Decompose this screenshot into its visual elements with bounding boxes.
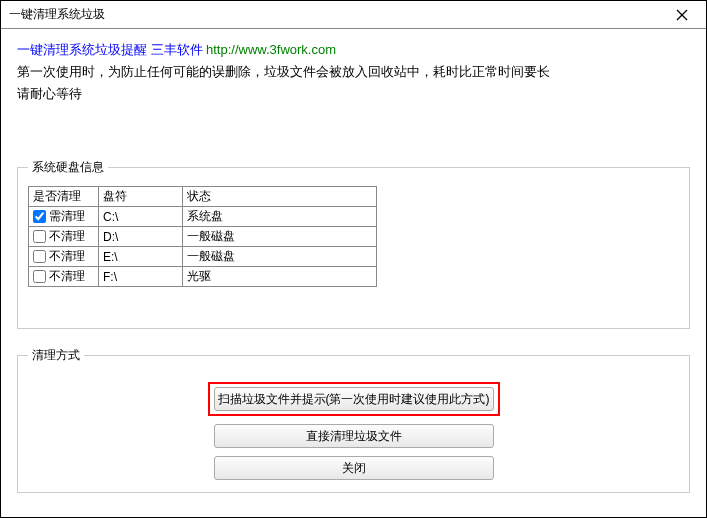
drive-cell: D:\	[99, 227, 183, 247]
table-row: 不清理E:\一般磁盘	[29, 247, 377, 267]
drive-cell: C:\	[99, 207, 183, 227]
header-check: 是否清理	[29, 187, 99, 207]
clean-label: 不清理	[49, 268, 85, 285]
titlebar: 一键清理系统垃圾	[1, 1, 706, 29]
clean-checkbox[interactable]	[33, 250, 46, 263]
window-title: 一键清理系统垃圾	[9, 6, 105, 23]
table-row: 需清理C:\系统盘	[29, 207, 377, 227]
drive-cell: F:\	[99, 267, 183, 287]
status-cell: 系统盘	[183, 207, 377, 227]
table-row: 不清理D:\一般磁盘	[29, 227, 377, 247]
scan-button[interactable]: 扫描垃圾文件并提示(第一次使用时建议使用此方式)	[214, 387, 494, 411]
status-cell: 一般磁盘	[183, 247, 377, 267]
clean-checkbox[interactable]	[33, 230, 46, 243]
clean-checkbox[interactable]	[33, 270, 46, 283]
header-drive: 盘符	[99, 187, 183, 207]
description-line1: 第一次使用时，为防止任何可能的误删除，垃圾文件会被放入回收站中，耗时比正常时间要…	[17, 61, 690, 83]
close-button[interactable]: 关闭	[214, 456, 494, 480]
header-url[interactable]: http://www.3fwork.com	[206, 42, 336, 57]
clean-label: 不清理	[49, 248, 85, 265]
header-status: 状态	[183, 187, 377, 207]
clean-checkbox[interactable]	[33, 210, 46, 223]
status-cell: 一般磁盘	[183, 227, 377, 247]
header-line: 一键清理系统垃圾提醒 三丰软件 http://www.3fwork.com	[17, 41, 690, 59]
highlight-box: 扫描垃圾文件并提示(第一次使用时建议使用此方式)	[208, 382, 500, 416]
status-cell: 光驱	[183, 267, 377, 287]
description-line2: 请耐心等待	[17, 83, 690, 105]
clean-label: 不清理	[49, 228, 85, 245]
disk-info-legend: 系统硬盘信息	[28, 159, 108, 176]
disk-table: 是否清理 盘符 状态 需清理C:\系统盘不清理D:\一般磁盘不清理E:\一般磁盘…	[28, 186, 377, 287]
clean-mode-legend: 清理方式	[28, 347, 84, 364]
close-icon[interactable]	[662, 3, 702, 27]
direct-clean-button[interactable]: 直接清理垃圾文件	[214, 424, 494, 448]
disk-info-group: 系统硬盘信息 是否清理 盘符 状态 需清理C:\系统盘不清理D:\一般磁盘不清理…	[17, 159, 690, 329]
table-row: 不清理F:\光驱	[29, 267, 377, 287]
clean-mode-group: 清理方式 扫描垃圾文件并提示(第一次使用时建议使用此方式) 直接清理垃圾文件 关…	[17, 347, 690, 493]
header-blue-text: 一键清理系统垃圾提醒 三丰软件	[17, 42, 203, 57]
drive-cell: E:\	[99, 247, 183, 267]
clean-label: 需清理	[49, 208, 85, 225]
